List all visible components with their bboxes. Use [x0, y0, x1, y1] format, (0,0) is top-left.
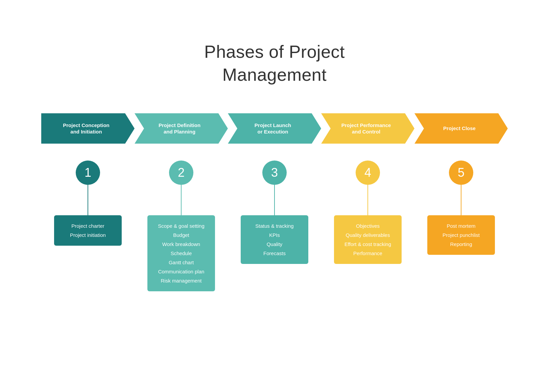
list-item: Status & tracking	[248, 221, 301, 230]
phase-column-1: 1Project charterProject initiation	[41, 161, 135, 246]
list-item: Performance	[341, 249, 394, 258]
arrow-label-2: Project Definitionand Planning	[159, 122, 200, 135]
arrow-phase-3: Project Launchor Execution	[228, 113, 321, 144]
list-item: Project initiation	[62, 230, 114, 240]
diagram-container: Project Conceptionand InitiationProject …	[41, 113, 508, 291]
list-item: Forecasts	[248, 249, 301, 258]
list-item: Quality deliverables	[341, 230, 394, 240]
list-item: Project charter	[62, 221, 114, 230]
phase-circle-2: 2	[169, 161, 193, 185]
list-item: Post mortem	[435, 221, 487, 230]
arrow-phase-5: Project Close	[414, 113, 508, 144]
phase-column-5: 5Post mortemProject punchlistReporting	[414, 161, 508, 255]
info-box-1: Project charterProject initiation	[54, 215, 122, 246]
arrow-label-5: Project Close	[443, 125, 476, 132]
list-item: Reporting	[435, 240, 487, 249]
info-box-2: Scope & goal settingBudgetWork breakdown…	[147, 215, 215, 291]
arrow-phase-4: Project Performanceand Control	[321, 113, 414, 144]
arrow-label-3: Project Launchor Execution	[255, 122, 291, 135]
list-item: Gantt chart	[155, 258, 208, 267]
list-item: Risk management	[155, 276, 208, 285]
arrow-label-4: Project Performanceand Control	[341, 122, 391, 135]
page-title: Phases of ProjectManagement	[204, 41, 345, 86]
phase-circle-3: 3	[262, 161, 287, 185]
list-item: Effort & cost tracking	[341, 240, 394, 249]
list-item: Objectives	[341, 221, 394, 230]
connector-line-2	[181, 185, 182, 215]
phase-circle-5: 5	[449, 161, 473, 185]
phase-column-2: 2Scope & goal settingBudgetWork breakdow…	[135, 161, 228, 291]
list-item: Communication plan	[155, 267, 208, 276]
list-item: Work breakdown	[155, 240, 208, 249]
phase-column-4: 4ObjectivesQuality deliverablesEffort & …	[321, 161, 414, 264]
list-item: Budget	[155, 230, 208, 240]
phase-circle-1: 1	[76, 161, 100, 185]
arrows-row: Project Conceptionand InitiationProject …	[41, 113, 508, 144]
timeline-row: 1Project charterProject initiation2Scope…	[41, 161, 508, 291]
list-item: Schedule	[155, 249, 208, 258]
connector-line-5	[461, 185, 461, 215]
info-box-4: ObjectivesQuality deliverablesEffort & c…	[334, 215, 402, 264]
info-box-5: Post mortemProject punchlistReporting	[427, 215, 495, 255]
info-box-3: Status & trackingKPIsQualityForecasts	[241, 215, 308, 264]
list-item: Project punchlist	[435, 230, 487, 240]
arrow-phase-2: Project Definitionand Planning	[135, 113, 228, 144]
connector-line-1	[88, 185, 88, 215]
arrow-phase-1: Project Conceptionand Initiation	[41, 113, 135, 144]
list-item: KPIs	[248, 230, 301, 240]
list-item: Quality	[248, 240, 301, 249]
list-item: Scope & goal setting	[155, 221, 208, 230]
connector-line-4	[367, 185, 368, 215]
connector-line-3	[274, 185, 275, 215]
phase-column-3: 3Status & trackingKPIsQualityForecasts	[228, 161, 321, 264]
phase-circle-4: 4	[356, 161, 380, 185]
arrow-label-1: Project Conceptionand Initiation	[63, 122, 110, 135]
